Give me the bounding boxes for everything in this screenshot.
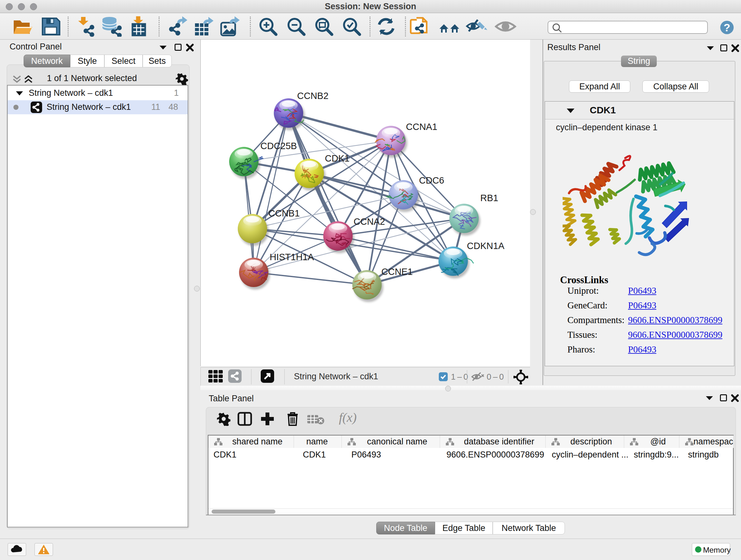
svg-text:CCNA1: CCNA1: [406, 122, 437, 132]
svg-text:CCNE1: CCNE1: [381, 266, 413, 277]
svg-text:CDC6: CDC6: [419, 175, 444, 186]
svg-text:CDKN1A: CDKN1A: [467, 241, 504, 251]
svg-text:CDC25B: CDC25B: [260, 141, 297, 151]
svg-text:CCNA2: CCNA2: [354, 216, 385, 227]
svg-text:RB1: RB1: [480, 193, 498, 203]
svg-text:CDK1: CDK1: [325, 153, 349, 164]
svg-text:CCNB1: CCNB1: [268, 208, 300, 219]
svg-text:HIST1H1A: HIST1H1A: [270, 252, 314, 262]
svg-text:CCNB2: CCNB2: [297, 91, 328, 101]
